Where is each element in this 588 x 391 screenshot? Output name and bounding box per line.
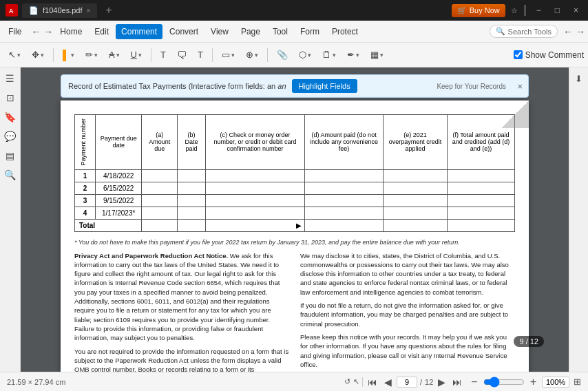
area-highlight-btn[interactable]: ▦ ▾ [366,47,388,62]
keep-label: Keep for Your Records [437,83,506,90]
menu-page[interactable]: Page [235,24,266,39]
table-row: 4 1/17/2023* [75,207,515,219]
zoom-out-btn[interactable]: − [470,376,479,388]
measure-btn[interactable]: ⊕ ▾ [242,47,262,62]
menu-convert[interactable]: Convert [164,24,204,39]
select-icon[interactable]: ↖ [353,377,359,386]
nav-prev-icon[interactable]: ← [563,26,573,37]
notification-close-btn[interactable]: × [517,81,523,92]
stamp-caret: ▾ [308,52,311,59]
search-tools-label: Search Tools [508,28,552,36]
right-para2: If you do not file a return, do not give… [300,301,515,328]
table-row: 2 6/15/2022 [75,182,515,194]
menu-edit[interactable]: Edit [89,24,114,39]
menu-comment[interactable]: Comment [116,24,162,39]
maximize-button[interactable]: □ [551,6,564,15]
right-sidebar: ⬇ [569,67,588,372]
cursor-btn[interactable]: ↖ ▾ [4,47,25,62]
zoom-level-input[interactable] [542,377,569,388]
callout-btn[interactable]: 🗨 [173,47,191,63]
sidebar-search-icon[interactable]: 🔍 [3,168,17,182]
tab-label: f1040es.pdf [43,6,83,14]
fit-window-btn[interactable]: ⊞ [574,377,581,387]
highlight-caret: ▾ [71,52,74,59]
overpayment-header: (e) 2021 overpayment credit applied [384,115,448,170]
pan-btn[interactable]: ✥ ▾ [28,47,48,62]
page-size-label: 21.59 × 27.94 cm [7,378,339,386]
buy-now-button[interactable]: 🛒 Buy Now [452,4,505,17]
show-comment-checkbox[interactable] [514,50,523,59]
tab-close-btn[interactable]: × [87,7,91,14]
rotate-ccw-icon[interactable]: ↺ [344,377,350,386]
area-highlight-icon: ▦ [370,50,379,60]
right-para1: We may disclose it to cities, states, th… [300,251,515,297]
menu-tool[interactable]: Tool [267,24,293,39]
download-icon[interactable]: ⬇ [572,72,586,85]
pencil-icon: ✏ [85,50,93,60]
sidebar-comment-icon[interactable]: 💬 [3,129,17,143]
close-window-button[interactable]: × [569,6,582,15]
sidebar-thumbnail-icon[interactable]: ⊡ [3,91,17,105]
next-page-btn[interactable]: ▶ [436,377,448,388]
annotation-toolbar: ↖ ▾ ✥ ▾ ▌ ▾ ✏ ▾ A ▾ U ▾ T 🗨 T ▭ ▾ ⊕ ▾ 📎 [0,43,588,67]
strikethrough-icon: A [109,50,115,60]
show-comment-toggle[interactable]: Show Comment [514,50,584,60]
zoom-slider[interactable] [483,377,525,388]
typewriter-icon: T [198,50,203,60]
sep4 [267,48,268,62]
text-underline-btn[interactable]: U ▾ [127,47,146,62]
nav-next-icon[interactable]: → [576,26,585,37]
sidebar-bookmark-icon[interactable]: 🔖 [3,110,17,124]
minimize-button[interactable]: − [532,6,545,15]
star-icon: ☆ [511,6,518,15]
menu-form[interactable]: Form [295,24,325,39]
shapes-btn[interactable]: ▭ ▾ [218,47,239,62]
total-label: Total [75,219,142,231]
text-box-icon: T [160,50,166,60]
app-icon: A [6,4,18,17]
menu-home[interactable]: Home [54,24,87,39]
sep2 [151,48,151,62]
strikethrough-btn[interactable]: A ▾ [105,47,124,62]
callout-icon: 🗨 [177,50,187,61]
ah-caret: ▾ [380,52,384,59]
stamp-btn[interactable]: ⬡ ▾ [295,47,315,62]
highlight-icon: ▌ [63,50,70,61]
pan-caret: ▾ [41,52,44,59]
pan-icon: ✥ [32,50,39,60]
active-tab[interactable]: 📄 f1040es.pdf × [22,3,97,18]
sticky-note-btn[interactable]: 🗒 ▾ [318,47,340,62]
statusbar-zoom: − + ⊞ [470,376,581,388]
text-columns: Privacy Act and Paperwork Reduction Act … [74,251,515,372]
attachment-icon: 📎 [277,50,288,60]
sidebar-nav-icon[interactable]: ☰ [3,72,17,85]
menu-file[interactable]: File [3,24,27,39]
prev-page-btn[interactable]: ◀ [382,377,394,388]
show-comment-label: Show Comment [525,50,584,60]
statusbar-tools: ↺ ↖ ⏮ ◀ / 12 ▶ ⏭ [344,377,464,388]
titlebar: A 📄 f1040es.pdf × + 🛒 Buy Now ☆ − □ × [0,0,588,21]
last-page-btn[interactable]: ⏭ [450,377,464,388]
current-page-input[interactable] [397,377,417,388]
table-footnote: * You do not have to make this payment i… [74,239,515,246]
attachment-btn[interactable]: 📎 [273,47,292,62]
text-box-btn[interactable]: T [156,47,170,62]
search-tools-box[interactable]: 🔍 Search Tools [490,25,558,38]
pdf-viewer[interactable]: Record of Estimated Tax Payments (Intera… [21,67,569,372]
measure-icon: ⊕ [246,50,253,60]
highlight-btn[interactable]: ▌ ▾ [59,47,78,63]
highlight-fields-button[interactable]: Highlight Fields [292,79,357,93]
back-arrow-icon[interactable]: ← [31,26,41,37]
pencil-btn[interactable]: ✏ ▾ [81,47,102,62]
menu-view[interactable]: View [205,24,234,39]
page-badge: 9 / 12 [514,336,544,347]
sign-btn[interactable]: ✒ ▾ [343,47,364,62]
typewriter-btn[interactable]: T [193,47,207,62]
first-page-btn[interactable]: ⏮ [366,377,379,388]
forward-arrow-icon[interactable]: → [43,26,53,37]
new-tab-btn[interactable]: + [101,4,116,17]
menu-protect[interactable]: Protect [326,24,364,39]
sidebar-layers-icon[interactable]: ▤ [3,149,17,162]
zoom-in-btn[interactable]: + [529,376,538,388]
menubar: File ← → Home Edit Comment Convert View … [0,21,588,43]
